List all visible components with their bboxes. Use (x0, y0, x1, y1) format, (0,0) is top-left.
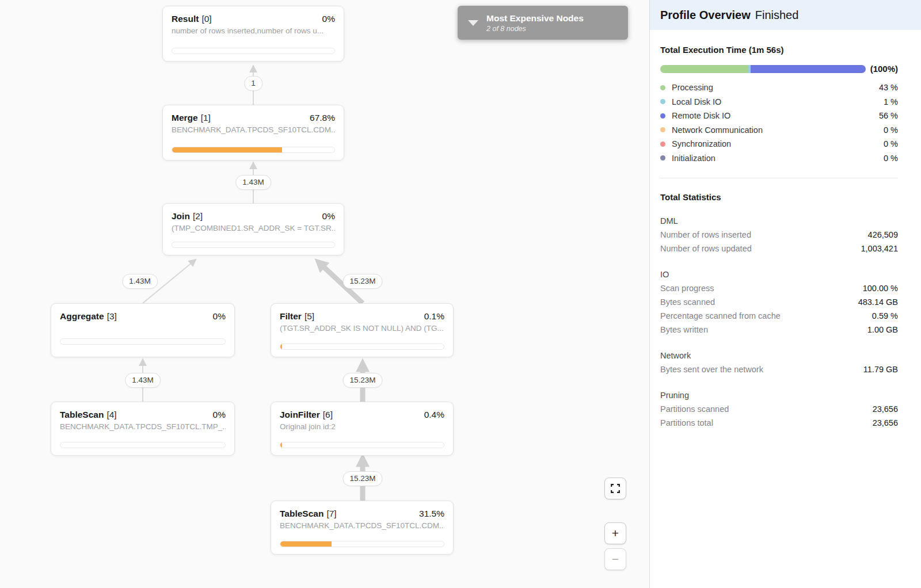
zoom-out-button[interactable]: − (604, 548, 626, 570)
node-progress-bar (172, 48, 335, 54)
expensive-panel-subtitle: 2 of 8 nodes (486, 25, 584, 33)
node-percentage: 0.4% (424, 410, 444, 420)
stat-value: 1.00 GB (867, 323, 898, 337)
legend-label: Local Disk IO (672, 97, 884, 106)
legend-dot-icon (660, 127, 665, 132)
node-index: [1] (201, 113, 211, 123)
most-expensive-nodes-panel[interactable]: Most Expensive Nodes 2 of 8 nodes (458, 6, 628, 40)
bar-segment-processing (660, 65, 748, 73)
stat-label: Number of rows updated (660, 242, 861, 255)
legend-label: Synchronization (672, 139, 884, 148)
stat-row: Partitions total23,656 (660, 416, 898, 430)
execution-time-heading: Total Execution Time (1m 56s) (660, 45, 898, 55)
stat-row: Scan progress100.00 % (660, 281, 898, 295)
stat-label: Bytes sent over the network (660, 362, 863, 376)
execution-time-stacked-bar (660, 65, 866, 73)
node-progress-bar (172, 147, 335, 153)
node-subtitle: (TMP_COMBINED1.SR_ADDR_SK = TGT.SR... (172, 224, 335, 232)
stat-row: Bytes scanned483.14 GB (660, 295, 898, 309)
stat-group-network: NetworkBytes sent over the network11.79 … (660, 349, 898, 376)
node-subtitle: (TGT.SR_ADDR_SK IS NOT NULL) AND (TG... (280, 324, 444, 333)
stat-value: 11.79 GB (863, 362, 898, 376)
stat-row: Partitions scanned23,656 (660, 402, 898, 416)
node-percentage: 0% (322, 14, 335, 24)
node-index: [3] (107, 311, 117, 322)
plan-node-aggregate-3[interactable]: Aggregate [3] 0% (51, 303, 235, 357)
bar-segment-remote-disk-io (751, 65, 866, 73)
stat-value: 1,003,421 (861, 242, 898, 255)
plan-node-tablescan-7[interactable]: TableScan [7] 31.5% BENCHMARK_DATA.TPCDS… (271, 501, 454, 555)
minus-icon: − (612, 552, 619, 566)
execution-time-legend: Processing43 %Local Disk IO1 %Remote Dis… (660, 81, 898, 165)
node-index: [0] (201, 14, 211, 24)
node-title: Result (172, 14, 199, 24)
execution-time-bar-row: (100%) (660, 64, 898, 74)
node-title: Filter (280, 311, 302, 322)
stat-group-name: Network (660, 349, 898, 362)
legend-dot-icon (660, 99, 665, 104)
node-subtitle: Original join id:2 (280, 422, 444, 431)
plan-node-merge-1[interactable]: Merge [1] 67.8% BENCHMARK_DATA.TPCDS_SF1… (162, 105, 344, 161)
stat-label: Partitions total (660, 416, 873, 430)
legend-row: Local Disk IO1 % (660, 95, 898, 109)
legend-dot-icon (660, 155, 665, 161)
legend-label: Remote Disk IO (672, 111, 879, 120)
stat-label: Partitions scanned (660, 402, 873, 416)
edge-row-count: 1.43M (235, 175, 271, 190)
stat-value: 483.14 GB (858, 295, 898, 309)
stat-value: 0.59 % (872, 309, 898, 323)
plan-node-join-2[interactable]: Join [2] 0% (TMP_COMBINED1.SR_ADDR_SK = … (162, 203, 344, 255)
node-percentage: 0.1% (424, 311, 444, 322)
edge-row-count: 1.43M (122, 274, 158, 289)
node-subtitle: number of rows inserted,number of rows u… (172, 26, 335, 35)
node-index: [7] (326, 509, 336, 519)
node-percentage: 67.8% (310, 113, 335, 123)
edge-row-count: 15.23M (342, 471, 382, 486)
stat-row: Bytes written1.00 GB (660, 323, 898, 337)
legend-dot-icon (660, 142, 665, 147)
stat-group-io: IOScan progress100.00 %Bytes scanned483.… (660, 268, 898, 337)
stat-group-name: Pruning (660, 388, 898, 402)
legend-dot-icon (660, 85, 665, 90)
legend-label: Processing (672, 83, 879, 92)
fit-to-screen-button[interactable] (604, 478, 626, 499)
legend-value: 0 % (884, 125, 898, 135)
node-progress-bar (280, 541, 444, 547)
node-progress-bar (280, 442, 444, 448)
zoom-in-button[interactable]: + (604, 522, 626, 544)
stat-label: Bytes written (660, 323, 867, 337)
edge-row-count: 15.23M (342, 373, 382, 388)
query-plan-canvas[interactable]: Result [0] 0% number of rows inserted,nu… (0, 0, 649, 588)
node-index: [4] (106, 410, 116, 420)
edge-row-count: 1 (244, 76, 262, 91)
legend-row: Network Communication0 % (660, 123, 898, 138)
stat-value: 100.00 % (863, 281, 898, 295)
node-title: Join (172, 211, 190, 222)
node-index: [6] (323, 410, 333, 420)
node-title: Aggregate (60, 311, 104, 322)
node-progress-bar (172, 242, 335, 248)
plan-node-joinfilter-6[interactable]: JoinFilter [6] 0.4% Original join id:2 (271, 402, 454, 456)
plan-node-tablescan-4[interactable]: TableScan [4] 0% BENCHMARK_DATA.TPCDS_SF… (51, 402, 235, 456)
legend-value: 0 % (884, 139, 898, 148)
profile-overview-panel: Profile Overview Finished Total Executio… (649, 0, 921, 588)
plan-node-result-0[interactable]: Result [0] 0% number of rows inserted,nu… (162, 6, 344, 62)
plan-node-filter-5[interactable]: Filter [5] 0.1% (TGT.SR_ADDR_SK IS NOT N… (271, 303, 454, 357)
stat-label: Bytes scanned (660, 295, 858, 309)
node-title: Merge (172, 113, 198, 123)
node-percentage: 0% (213, 410, 226, 420)
plan-edges (0, 0, 649, 588)
legend-value: 1 % (884, 97, 898, 106)
legend-row: Initialization0 % (660, 151, 898, 166)
stat-label: Scan progress (660, 281, 863, 295)
legend-row: Processing43 % (660, 81, 898, 95)
legend-label: Network Communication (672, 125, 884, 135)
node-index: [2] (193, 211, 203, 222)
fullscreen-icon (611, 484, 620, 493)
node-progress-bar (60, 338, 226, 345)
total-statistics-heading: Total Statistics (660, 192, 898, 202)
execution-time-total: (100%) (870, 64, 898, 74)
triangle-down-icon (468, 20, 478, 26)
node-percentage: 0% (322, 211, 335, 222)
stat-value: 426,509 (868, 228, 898, 242)
